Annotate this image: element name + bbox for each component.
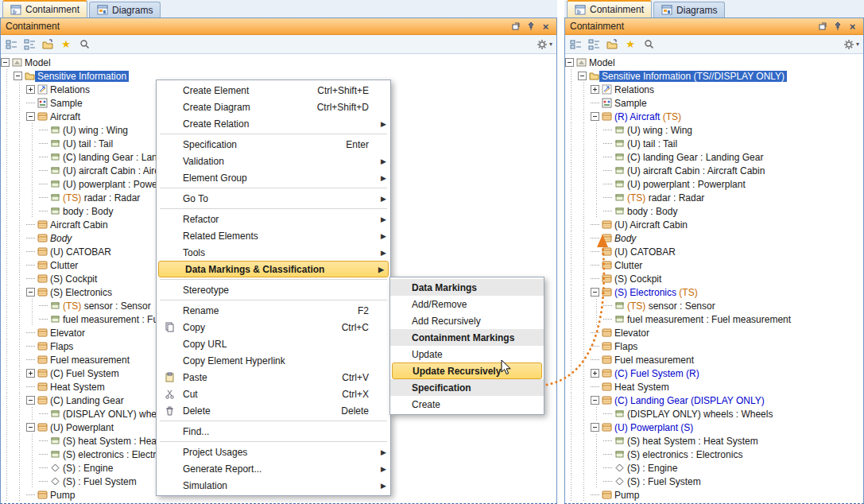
- menu-item-project-usages[interactable]: Project Usages▶: [157, 444, 390, 460]
- tree-item[interactable]: (U) wing : Wing: [565, 123, 863, 137]
- menu-item-tools[interactable]: Tools▶: [157, 244, 390, 261]
- collapse-icon[interactable]: [1, 58, 10, 67]
- tree-item[interactable]: (S) : Engine: [565, 461, 863, 475]
- tree-item[interactable]: (TS) radar : Radar: [565, 191, 863, 204]
- tab-diagrams[interactable]: Diagrams: [89, 2, 161, 17]
- expand-icon[interactable]: [591, 369, 599, 378]
- tree-item[interactable]: (U) CATOBAR: [565, 245, 863, 258]
- tree-item[interactable]: Fuel measurement: [565, 353, 863, 366]
- tree-item[interactable]: Sample: [565, 96, 863, 110]
- expand-all-icon[interactable]: [587, 38, 600, 51]
- menu-item-create-relation[interactable]: Create Relation▶: [157, 115, 390, 132]
- toolbar-options-group[interactable]: ▾: [537, 39, 552, 50]
- submenu-item-add-remove[interactable]: Add/Remove: [390, 296, 544, 312]
- tab-diagrams[interactable]: Diagrams: [653, 2, 725, 17]
- collapse-icon[interactable]: [591, 396, 599, 405]
- tree-item[interactable]: Elevator: [565, 326, 863, 339]
- tree-item[interactable]: (R) Aircraft (TS): [565, 110, 863, 123]
- collapse-all-icon[interactable]: [5, 38, 17, 51]
- collapse-icon[interactable]: [26, 288, 35, 297]
- tree-item[interactable]: Pump: [565, 488, 863, 502]
- collapse-icon[interactable]: [591, 423, 599, 432]
- menu-item-paste[interactable]: PasteCtrl+V: [157, 369, 390, 386]
- expand-icon[interactable]: [26, 85, 35, 94]
- dropdown-caret-icon[interactable]: ▾: [549, 41, 552, 48]
- collapse-icon[interactable]: [26, 423, 35, 432]
- search-icon[interactable]: [642, 38, 655, 51]
- collapse-icon[interactable]: [565, 58, 574, 67]
- tree-item[interactable]: fuel measurement : Fuel measurement: [565, 312, 863, 326]
- dropdown-caret-icon[interactable]: ▾: [856, 41, 859, 48]
- tree-item[interactable]: (S) electronics : Electronics: [565, 448, 863, 461]
- menu-item-create-element[interactable]: Create ElementCtrl+Shift+E: [157, 82, 390, 99]
- menu-item-create-diagram[interactable]: Create DiagramCtrl+Shift+D: [157, 99, 390, 115]
- tree-item[interactable]: (U) Powerplant (S): [565, 421, 863, 434]
- open-diagram-icon[interactable]: [41, 38, 54, 51]
- tree-item[interactable]: Relations: [565, 83, 863, 96]
- menu-item-generate-report[interactable]: Generate Report...▶: [157, 460, 390, 477]
- menu-item-cut[interactable]: CutCtrl+X: [157, 386, 390, 402]
- tree-item[interactable]: Model: [1, 56, 556, 69]
- tree-item[interactable]: Heat System: [565, 380, 863, 394]
- collapse-icon[interactable]: [26, 112, 35, 121]
- collapse-icon[interactable]: [14, 72, 22, 80]
- favorites-icon[interactable]: ★: [624, 38, 637, 51]
- toolbar-options-group[interactable]: ▾: [843, 39, 859, 50]
- close-icon[interactable]: ×: [847, 21, 858, 33]
- tab-containment[interactable]: Containment: [2, 0, 87, 17]
- submenu-item-update-recursively[interactable]: Update Recursively: [392, 362, 542, 379]
- expand-icon[interactable]: [26, 369, 35, 378]
- tree-item[interactable]: (U) tail : Tail: [565, 137, 863, 150]
- menu-item-go-to[interactable]: Go To▶: [157, 190, 390, 207]
- pin-icon[interactable]: [831, 21, 843, 33]
- tree-item[interactable]: (S) Electronics (TS): [565, 285, 863, 299]
- expand-icon[interactable]: [591, 85, 599, 94]
- tree-item[interactable]: (DISPLAY ONLY) wheels : Wheels: [565, 407, 863, 421]
- menu-item-simulation[interactable]: Simulation▶: [157, 477, 390, 494]
- menu-item-refactor[interactable]: Refactor▶: [157, 211, 390, 227]
- menu-item-copy-element-hyperlink[interactable]: Copy Element Hyperlink: [157, 352, 390, 369]
- tree-item[interactable]: (S) Cockpit: [565, 272, 863, 285]
- tree-item[interactable]: (C) landing Gear : Landing Gear: [565, 150, 863, 164]
- submenu-item-update[interactable]: Update: [390, 346, 544, 362]
- expand-all-icon[interactable]: [23, 38, 36, 51]
- collapse-icon[interactable]: [26, 396, 35, 405]
- tree-item[interactable]: (TS) sensor : Sensor: [565, 299, 863, 312]
- menu-item-data-markings-classification[interactable]: Data Markings & Classification▶: [158, 261, 389, 277]
- tree-item[interactable]: Flaps: [565, 339, 863, 353]
- tree-item[interactable]: (S) : Fuel System: [565, 475, 863, 488]
- float-icon[interactable]: [816, 21, 828, 33]
- collapse-icon[interactable]: [591, 112, 599, 121]
- tree-item[interactable]: Body: [565, 231, 863, 245]
- tree-item[interactable]: (C) Landing Gear (DISPLAY ONLY): [565, 394, 863, 407]
- tree-item[interactable]: (U) powerplant : Powerplant: [565, 177, 863, 191]
- float-icon[interactable]: [509, 21, 521, 33]
- collapse-all-icon[interactable]: [569, 38, 582, 51]
- tree-item[interactable]: (U) Aircraft Cabin: [565, 218, 863, 231]
- submenu-item-create[interactable]: Create: [390, 396, 544, 413]
- menu-item-find[interactable]: Find...: [157, 423, 390, 440]
- tree-item[interactable]: Sensitive Information (TS//DISPLAY ONLY): [565, 69, 863, 83]
- menu-item-validation[interactable]: Validation▶: [157, 153, 390, 169]
- menu-item-stereotype[interactable]: Stereotype: [157, 281, 390, 298]
- options-gear-icon[interactable]: [843, 39, 854, 50]
- menu-item-copy-url[interactable]: Copy URL: [157, 335, 390, 352]
- menu-item-element-group[interactable]: Element Group▶: [157, 169, 390, 186]
- pin-icon[interactable]: [525, 21, 537, 33]
- tree-item[interactable]: Clutter: [565, 258, 863, 272]
- tree-item[interactable]: (U) aircraft Cabin : Aircraft Cabin: [565, 164, 863, 177]
- tree-item[interactable]: (S) heat System : Heat System: [565, 434, 863, 448]
- options-gear-icon[interactable]: [537, 39, 548, 50]
- collapse-icon[interactable]: [578, 72, 587, 80]
- menu-item-copy[interactable]: CopyCtrl+C: [157, 319, 390, 335]
- menu-item-related-elements[interactable]: Related Elements▶: [157, 227, 390, 244]
- tree-item[interactable]: Model: [565, 56, 863, 69]
- favorites-icon[interactable]: ★: [60, 38, 72, 51]
- menu-item-rename[interactable]: RenameF2: [157, 302, 390, 319]
- submenu-item-add-recursively[interactable]: Add Recursively: [390, 312, 544, 329]
- close-icon[interactable]: ×: [540, 21, 552, 33]
- open-diagram-icon[interactable]: [606, 38, 618, 51]
- menu-item-delete[interactable]: DeleteDelete: [157, 402, 390, 419]
- tree-item[interactable]: body : Body: [565, 204, 863, 218]
- collapse-icon[interactable]: [591, 288, 599, 297]
